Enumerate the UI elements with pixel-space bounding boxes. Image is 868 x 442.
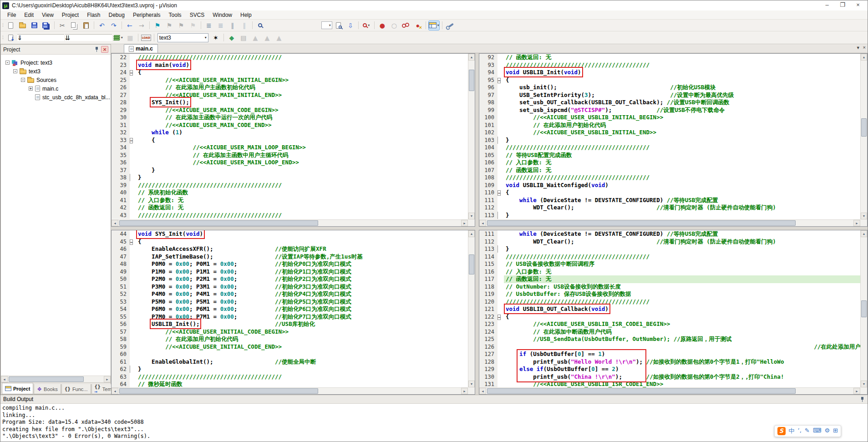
navigate-back-icon[interactable]: ←: [124, 20, 135, 30]
code-line[interactable]: 108/////////////////////////////////////…: [479, 174, 860, 182]
fold-margin[interactable]: [130, 174, 136, 182]
batch-build-icon[interactable]: ▾: [113, 33, 124, 43]
fold-margin[interactable]: [497, 204, 504, 212]
fold-margin[interactable]: [130, 152, 136, 159]
scrollbar-thumb[interactable]: [469, 254, 474, 274]
code-line[interactable]: 97 USB_SetIntPriority(3); //设置中断为最高优先级: [479, 91, 860, 99]
target-select-combobox[interactable]: text3▾: [157, 33, 208, 42]
tree-expander[interactable]: -: [21, 78, 25, 82]
fold-margin[interactable]: [130, 268, 136, 276]
code-line[interactable]: 57 //<<AICUBE_USER_INITIAL_CODE_BEGIN>>: [112, 328, 468, 336]
fold-margin[interactable]: [130, 305, 136, 313]
stop-build-icon[interactable]: ▦: [125, 33, 136, 43]
code-line[interactable]: 54 P6M0 = 0x00; P6M1 = 0x00; //初始化P6口为准双…: [112, 305, 468, 313]
paste-icon[interactable]: [81, 20, 91, 30]
chevron-down-icon[interactable]: ▾: [205, 36, 207, 40]
fold-margin[interactable]: [497, 99, 504, 107]
fold-collapse-icon[interactable]: −: [130, 70, 133, 76]
fold-margin[interactable]: [130, 76, 136, 84]
fold-margin[interactable]: [497, 174, 504, 182]
scroll-right-icon[interactable]: ►: [461, 388, 468, 394]
code-line[interactable]: 56 USBLIB_Init(); //USB库初始化: [112, 320, 468, 328]
code-line[interactable]: 53 P5M0 = 0x00; P5M1 = 0x00; //初始化P5口为准双…: [112, 298, 468, 306]
scrollbar-thumb[interactable]: [469, 70, 474, 91]
menu-flash[interactable]: Flash: [83, 11, 104, 19]
code-line[interactable]: 37 }: [112, 167, 468, 174]
minimize-button[interactable]: –: [819, 1, 835, 10]
menu-debug[interactable]: Debug: [105, 11, 129, 19]
fold-margin[interactable]: [497, 328, 504, 336]
fold-margin[interactable]: [130, 328, 136, 336]
code-line[interactable]: 107// 函数返回: 无: [479, 167, 860, 174]
manage-items-icon[interactable]: ▤: [238, 33, 249, 43]
code-line[interactable]: 113}: [479, 245, 860, 253]
code-line[interactable]: 63//////////////////////////////////////…: [112, 373, 468, 381]
fold-margin[interactable]: [130, 114, 136, 122]
breakpoint-disable-all-icon[interactable]: ●: [412, 20, 423, 30]
menu-file[interactable]: File: [3, 11, 20, 19]
fold-margin[interactable]: [130, 197, 136, 204]
fold-margin[interactable]: [497, 373, 504, 381]
code-line[interactable]: 64// 微秒延时函数: [112, 381, 468, 387]
bookmark-next-icon[interactable]: ⚑: [176, 20, 187, 30]
punctuation-icon[interactable]: ’,: [798, 427, 802, 435]
configure-icon[interactable]: [445, 20, 456, 30]
code-line[interactable]: 129 else if(UsbOutBuffer[0] == 2): [479, 366, 860, 373]
panel-tab-books[interactable]: ❖Books: [34, 384, 61, 394]
tree-item-stc-usb-cdc-8h-xdata-bl-[interactable]: stc_usb_cdc_8h_xdata_bl...: [1, 93, 111, 102]
fold-margin[interactable]: [130, 204, 136, 212]
code-line[interactable]: 22//////////////////////////////////////…: [112, 54, 468, 61]
close-button[interactable]: ×: [850, 1, 866, 10]
code-line[interactable]: 48 P0M0 = 0x00; P0M1 = 0x00; //初始化P0口为准双…: [112, 260, 468, 268]
menu-peripherals[interactable]: Peripherals: [129, 11, 165, 19]
fold-margin[interactable]: [497, 343, 504, 351]
scroll-down-icon[interactable]: ▼: [468, 381, 475, 387]
code-line[interactable]: 46 EnableAccessXFR(); //使能访问扩展XFR: [112, 245, 468, 253]
fold-margin[interactable]: [497, 298, 504, 306]
code-line[interactable]: 40// 系统初始化函数: [112, 189, 468, 197]
fold-margin[interactable]: [497, 167, 504, 174]
breakpoint-toggle-icon[interactable]: ●: [377, 20, 388, 30]
fold-margin[interactable]: −: [130, 137, 136, 144]
incremental-find-icon[interactable]: ⇩: [345, 20, 356, 30]
tree-item-sources[interactable]: -Sources: [1, 76, 111, 84]
manage-rte-icon[interactable]: ◆: [226, 33, 237, 43]
code-line[interactable]: 125 //USB_SendData(UsbOutBuffer, OutNumb…: [479, 335, 860, 343]
code-line[interactable]: 51 P3M0 = 0x00; P3M1 = 0x00; //初始化P3口为准双…: [112, 283, 468, 291]
code-line[interactable]: 31 //<<AICUBE_USER_MAIN_CODE_END>>: [112, 122, 468, 129]
code-line[interactable]: 96 usb_init(); //初始化USB模块: [479, 84, 860, 91]
settings-icon[interactable]: ⚙: [824, 427, 830, 435]
fold-margin[interactable]: [497, 358, 504, 366]
horizontal-splitter[interactable]: [111, 227, 868, 230]
indent-icon[interactable]: ≣: [215, 20, 226, 30]
fold-margin[interactable]: [497, 305, 504, 313]
scroll-left-icon[interactable]: ◄: [112, 388, 118, 394]
code-line[interactable]: 106// 入口参数: 无: [479, 159, 860, 167]
fold-margin[interactable]: [130, 230, 136, 238]
scroll-up-icon[interactable]: ▲: [861, 54, 867, 61]
fold-margin[interactable]: [497, 366, 504, 373]
tree-item-project-text3[interactable]: -Project: text3: [1, 58, 111, 67]
fold-margin[interactable]: [130, 313, 136, 321]
fold-margin[interactable]: [497, 114, 504, 122]
scroll-left-icon[interactable]: ◄: [112, 220, 118, 226]
scroll-up-icon[interactable]: ▲: [861, 230, 867, 237]
code-line[interactable]: 95−{: [479, 76, 860, 84]
code-line[interactable]: 112 WDT_Clear(); //清看门狗定时器 (防止硬件自动使能看门狗): [479, 238, 860, 246]
code-line[interactable]: 59 //<<AICUBE_USER_INITIAL_CODE_END>>: [112, 343, 468, 351]
breakpoint-enable-icon[interactable]: ○: [389, 20, 400, 30]
fold-margin[interactable]: [130, 343, 136, 351]
code-line[interactable]: 111 while (DeviceState != DEVSTATE_CONFI…: [479, 197, 860, 204]
fold-margin[interactable]: [130, 335, 136, 343]
fold-margin[interactable]: [497, 182, 504, 189]
code-line[interactable]: 28 SYS_Init();: [112, 99, 468, 107]
fold-margin[interactable]: [130, 91, 136, 99]
fold-margin[interactable]: [130, 182, 136, 189]
code-line[interactable]: 44void SYS_Init(void): [112, 230, 468, 238]
code-line[interactable]: 60: [112, 351, 468, 358]
code-line[interactable]: 126 //在此处添加用户处理接收数据的代码: [479, 343, 860, 351]
fold-margin[interactable]: [497, 122, 504, 129]
fold-margin[interactable]: [130, 373, 136, 381]
code-line[interactable]: 32 while (1): [112, 129, 468, 137]
code-line[interactable]: 115// USB设备接收数据中断回调程序: [479, 260, 860, 268]
